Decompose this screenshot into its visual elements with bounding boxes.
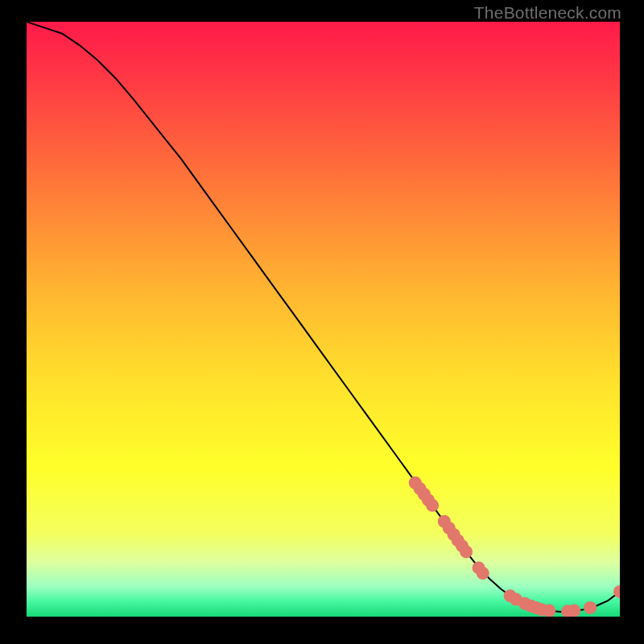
- bottleneck-chart: [27, 22, 620, 617]
- data-point: [460, 545, 473, 558]
- data-point: [426, 499, 439, 512]
- chart-background: [27, 22, 620, 617]
- data-point: [584, 601, 597, 614]
- data-point: [477, 567, 489, 580]
- data-point: [543, 605, 555, 617]
- watermark-text: TheBottleneck.com: [474, 3, 621, 23]
- chart-stage: TheBottleneck.com: [0, 0, 644, 644]
- data-point: [568, 605, 580, 617]
